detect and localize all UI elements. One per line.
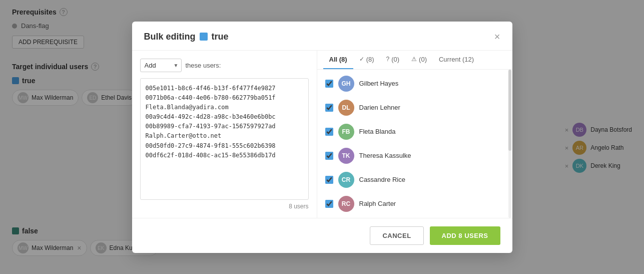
user-checkbox[interactable]	[325, 128, 333, 136]
scrollbar-track	[508, 70, 511, 218]
modal-close-button[interactable]: ×	[494, 32, 500, 42]
user-name: Ralph Carter	[359, 200, 396, 207]
tab-warning[interactable]: ⚠ (0)	[405, 51, 433, 69]
avatar: GH	[338, 76, 354, 92]
user-name: Cassandre Rice	[359, 176, 406, 183]
avatar: RC	[338, 196, 354, 212]
action-row: Add Remove ▼ these users:	[140, 59, 309, 72]
question-icon: ?	[386, 56, 390, 63]
users-count: 8 users	[140, 203, 309, 210]
user-row: GH Gilbert Hayes	[317, 72, 512, 96]
scrollbar-thumb[interactable]	[508, 70, 511, 151]
user-row: RC Ralph Carter	[317, 192, 512, 216]
user-name: Theresa Kassulke	[359, 152, 411, 159]
user-row: TK Theresa Kassulke	[317, 144, 512, 168]
users-textarea[interactable]: 005e1011-b8c6-4f46-b13f-6f477f4e9827 007…	[140, 78, 309, 200]
user-name: Gilbert Hayes	[359, 80, 399, 87]
right-panel: All (8) ✓ (8) ? (0) ⚠ (0) Cu	[317, 51, 512, 218]
user-row: DL Darien Lehner	[317, 96, 512, 120]
tab-unknown-label: (0)	[391, 56, 399, 63]
user-checkbox[interactable]	[325, 200, 333, 208]
avatar: CR	[338, 172, 354, 188]
action-select[interactable]: Add Remove	[140, 59, 182, 72]
tab-all[interactable]: All (8)	[323, 51, 353, 69]
tab-current-label: Current (12)	[439, 56, 474, 63]
user-row: FB Fleta Blanda	[317, 120, 512, 144]
tabs-row: All (8) ✓ (8) ? (0) ⚠ (0) Cu	[317, 51, 512, 70]
avatar: DL	[338, 100, 354, 116]
tab-current[interactable]: Current (12)	[433, 51, 480, 69]
modal-overlay: Bulk editing true × Add Remove ▼	[0, 0, 644, 274]
cancel-button[interactable]: CANCEL	[370, 226, 423, 245]
left-panel: Add Remove ▼ these users: 005e1011-b8c6-…	[132, 51, 317, 218]
modal-body: Add Remove ▼ these users: 005e1011-b8c6-…	[132, 51, 512, 218]
user-checkbox[interactable]	[325, 176, 333, 184]
action-label: these users:	[186, 62, 221, 69]
user-checkbox[interactable]	[325, 80, 333, 88]
user-name: Fleta Blanda	[359, 128, 396, 135]
avatar: TK	[338, 148, 354, 164]
action-select-wrapper: Add Remove ▼	[140, 59, 182, 72]
tab-unknown[interactable]: ? (0)	[380, 51, 406, 69]
modal-title-prefix: Bulk editing	[144, 32, 196, 42]
tab-valid-label: (8)	[366, 56, 374, 63]
user-row: CR Cassandre Rice	[317, 168, 512, 192]
user-checkbox[interactable]	[325, 152, 333, 160]
modal-header: Bulk editing true ×	[132, 22, 512, 51]
modal-footer: CANCEL ADD 8 USERS	[132, 218, 512, 253]
modal-title-value: true	[212, 32, 229, 42]
tab-valid[interactable]: ✓ (8)	[353, 51, 380, 69]
add-users-button[interactable]: ADD 8 USERS	[430, 226, 500, 245]
users-list: GH Gilbert Hayes DL Darien Lehner FB Fle…	[317, 70, 512, 218]
tab-warning-label: (0)	[419, 56, 427, 63]
checkmark-icon: ✓	[359, 56, 364, 63]
avatar: FB	[338, 124, 354, 140]
bulk-edit-modal: Bulk editing true × Add Remove ▼	[132, 22, 512, 253]
user-checkbox[interactable]	[325, 104, 333, 112]
title-flag-square	[200, 33, 208, 41]
user-name: Darien Lehner	[359, 104, 400, 111]
tab-all-label: All (8)	[329, 56, 347, 63]
warning-icon: ⚠	[411, 56, 417, 63]
modal-title: Bulk editing true	[144, 32, 229, 42]
